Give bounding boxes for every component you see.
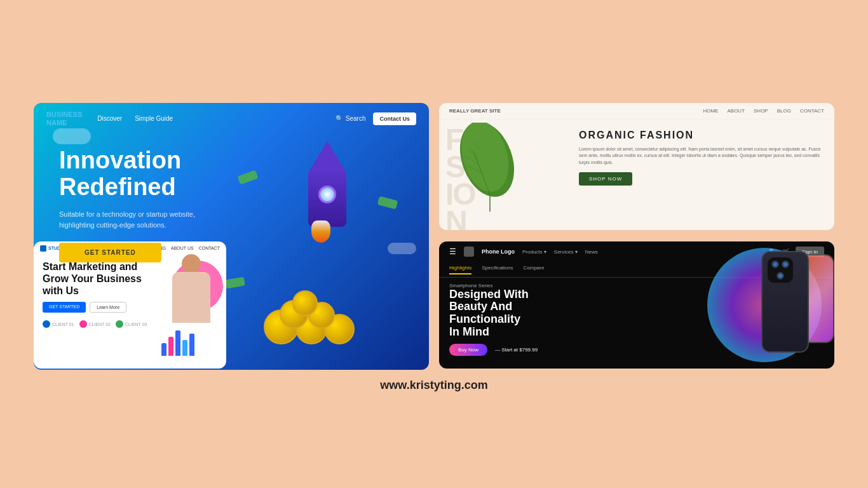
footer: www.kristyting.com (380, 375, 487, 396)
fashion-text-area: ORGANIC FASHION Lorem ipsum dolor sit am… (566, 119, 834, 230)
fashion-lorem: Lorem ipsum dolor sit amet, consectetur … (579, 146, 822, 166)
get-started-btn[interactable]: GET STARTED (43, 302, 86, 313)
bar-4 (182, 340, 187, 356)
price-label: — Start at $799.99 (495, 347, 538, 353)
bar-chart (161, 330, 194, 356)
coin-6 (292, 290, 318, 316)
innovation-subtitle: Suitable for a technology or startup web… (59, 209, 224, 230)
person-illustration (163, 254, 220, 343)
bar-2 (168, 337, 173, 356)
client-2: CLIENT 02 (79, 320, 111, 328)
client-2-logo (79, 320, 87, 328)
phone-headline: Designed With Beauty And Functionality I… (449, 288, 576, 339)
bar-1 (161, 343, 166, 356)
price-row: Buy Now — Start at $799.99 (449, 344, 824, 356)
brand-phone: Phone Logo (482, 248, 515, 255)
brand-icon-phone (464, 247, 474, 257)
footer-url: www.kristyting.com (380, 379, 487, 392)
fashion-headline: ORGANIC FASHION (579, 130, 822, 141)
phone-hero: Smartphone Series Designed With Beauty A… (439, 278, 834, 361)
innovation-headline: Innovation Redefined (59, 147, 262, 201)
leaf-area: FASHION (439, 119, 566, 230)
card-phone-wrapper: ☰ Phone Logo Products ▾ Services ▾ News … (439, 241, 834, 370)
client-3: CLIENT 03 (116, 320, 147, 328)
innovation-cta[interactable]: GET STARTED (59, 243, 161, 262)
client-3-logo (116, 320, 123, 328)
cam-lens-2 (782, 261, 789, 268)
nav-links-fashion: HOME ABOUT SHOP BLOG CONTACT (513, 108, 824, 114)
hamburger-icon: ☰ (449, 247, 456, 256)
fashion-content: FASHION ORGANIC FASHION Lorem i (439, 119, 834, 230)
cam-lens-1 (771, 261, 779, 268)
person-body (172, 272, 210, 323)
bar-5 (189, 334, 194, 356)
tab-specs[interactable]: Specifications (482, 265, 513, 274)
nav-bar-fashion: REALLY GREAT SITE HOME ABOUT SHOP BLOG C… (439, 103, 834, 119)
card-fashion: REALLY GREAT SITE HOME ABOUT SHOP BLOG C… (439, 103, 834, 230)
card-phone: ☰ Phone Logo Products ▾ Services ▾ News … (439, 241, 834, 369)
client-1: CLIENT 01 (43, 320, 74, 328)
person-head (182, 254, 201, 273)
money-bill-3 (225, 276, 245, 288)
learn-more-btn[interactable]: Learn More (90, 302, 126, 313)
tab-compare[interactable]: Compare (524, 265, 545, 274)
client-1-logo (43, 320, 50, 328)
bar-3 (175, 330, 180, 356)
hero-content-innovation: Innovation Redefined Suitable for a tech… (34, 135, 429, 276)
buy-now-btn[interactable]: Buy Now (449, 344, 487, 356)
coins-pile (251, 281, 378, 344)
fashion-shop-btn[interactable]: SHOP NOW (579, 172, 632, 186)
tab-highlights[interactable]: Highlights (449, 265, 471, 274)
brand-innovation: BUSINESS NAME (46, 111, 82, 127)
leaf-svg (452, 123, 528, 212)
brand-fashion: REALLY GREAT SITE (449, 108, 501, 114)
